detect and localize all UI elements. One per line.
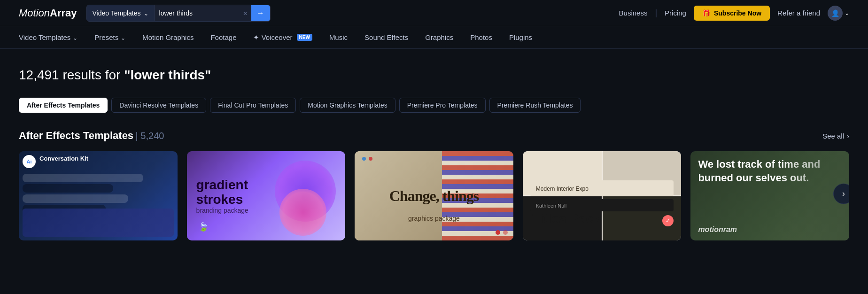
filter-tab-premiere-rush[interactable]: Premiere Rush Templates xyxy=(489,98,581,113)
nav-label-presets: Presets xyxy=(94,33,118,41)
filter-tab-final-cut[interactable]: Final Cut Pro Templates xyxy=(210,98,296,113)
results-query: "lower thirds" xyxy=(124,68,211,82)
card1-ai-badge: Ai xyxy=(23,155,36,168)
section-title: After Effects Templates xyxy=(19,130,133,141)
card1-title: Conversation Kit xyxy=(39,155,88,162)
card4-title-text: Titles Pack xyxy=(532,211,601,226)
section-title-area: After Effects Templates | 5,240 xyxy=(19,130,164,142)
filter-tab-label-0: After Effects Templates xyxy=(27,101,100,109)
search-bar: Video Templates xyxy=(86,5,271,22)
card-motionram[interactable]: We lost track of time and burned our sel… xyxy=(690,151,849,240)
results-count: 12,491 xyxy=(19,68,59,82)
subscribe-button[interactable]: Subscribe Now xyxy=(694,6,770,21)
pricing-link[interactable]: Pricing xyxy=(665,9,686,17)
nav-item-motion-graphics[interactable]: Motion Graphics xyxy=(142,26,194,48)
see-all-label: See all xyxy=(822,132,844,140)
header-separator: | xyxy=(655,8,657,18)
card-change-things[interactable]: Change, things graphics package xyxy=(355,151,513,240)
card1-messages xyxy=(23,170,174,237)
card-titles-pack[interactable]: Modern Interior Expo Kathleen Null Title… xyxy=(523,151,682,240)
nav-chevron-presets xyxy=(121,33,125,41)
logo-bold: Array xyxy=(50,7,77,19)
search-submit-button[interactable] xyxy=(251,5,270,21)
filter-tab-after-effects[interactable]: After Effects Templates xyxy=(19,98,108,113)
nav-label-video-templates: Video Templates xyxy=(19,33,70,41)
logo[interactable]: MotionArray xyxy=(19,7,77,19)
card-thumb-3: Change, things graphics package xyxy=(355,151,513,240)
logo-italic: Motion xyxy=(19,7,50,19)
nav-item-video-templates[interactable]: Video Templates xyxy=(19,26,78,48)
card2-blob2 xyxy=(279,189,326,236)
nav-label-footage: Footage xyxy=(210,33,236,41)
header-left: MotionArray Video Templates xyxy=(19,5,271,22)
header-right: Business | Pricing Subscribe Now Refer a… xyxy=(619,6,849,21)
filter-tabs: After Effects Templates Davinci Resolve … xyxy=(19,98,849,113)
filter-tab-label-1: Davinci Resolve Templates xyxy=(119,101,198,109)
filter-tab-label-5: Premiere Rush Templates xyxy=(497,101,573,109)
filter-tab-label-2: Final Cut Pro Templates xyxy=(218,101,288,109)
nav-item-presets[interactable]: Presets xyxy=(94,26,125,48)
cards-row: Ai Conversation Kit gradientst xyxy=(19,151,849,240)
results-heading: 12,491 results for "lower thirds" xyxy=(19,68,849,83)
nav-item-music[interactable]: Music xyxy=(329,26,348,48)
nav-item-photos[interactable]: Photos xyxy=(470,26,492,48)
close-icon xyxy=(243,9,248,17)
nav-label-sound-effects: Sound Effects xyxy=(364,33,408,41)
nav-item-plugins[interactable]: Plugins xyxy=(509,26,532,48)
see-all-link[interactable]: See all xyxy=(822,132,849,140)
card5-watermark: motionram xyxy=(698,225,737,234)
nav-label-motion-graphics: Motion Graphics xyxy=(142,33,194,41)
filter-tab-label-3: Motion Graphics Templates xyxy=(308,101,387,109)
nav-label-plugins: Plugins xyxy=(509,33,532,41)
chevron-down-icon xyxy=(144,9,148,17)
card-thumb-4: Modern Interior Expo Kathleen Null Title… xyxy=(523,151,682,240)
nav-item-sound-effects[interactable]: Sound Effects xyxy=(364,26,408,48)
search-category-button[interactable]: Video Templates xyxy=(87,5,155,21)
next-chevron-icon xyxy=(842,189,845,199)
gift-icon xyxy=(702,9,710,17)
card-thumb-1: Ai Conversation Kit xyxy=(19,151,178,240)
main-content: 12,491 results for "lower thirds" After … xyxy=(0,49,868,259)
see-all-chevron-icon xyxy=(847,132,849,140)
voiceover-badge: NEW xyxy=(297,34,312,41)
nav-label-voiceover: ✦ Voiceover xyxy=(253,33,292,42)
card3-text-sub: graphics package xyxy=(408,215,460,222)
section-header: After Effects Templates | 5,240 See all xyxy=(19,130,849,142)
header: MotionArray Video Templates Business | P… xyxy=(0,0,868,26)
card2-icon: 🍃 xyxy=(198,222,209,232)
user-chevron-icon xyxy=(845,9,849,16)
search-arrow-icon xyxy=(257,9,264,17)
subscribe-label: Subscribe Now xyxy=(714,9,761,17)
card-gradient-strokes[interactable]: gradientstrokes branding package 🍃 xyxy=(187,151,346,240)
filter-tab-premiere-pro[interactable]: Premiere Pro Templates xyxy=(399,98,486,113)
nav-label-graphics: Graphics xyxy=(425,33,453,41)
search-input[interactable] xyxy=(155,9,239,17)
business-link[interactable]: Business xyxy=(619,9,648,17)
nav-item-voiceover[interactable]: ✦ Voiceover NEW xyxy=(253,26,312,48)
nav-item-footage[interactable]: Footage xyxy=(210,26,236,48)
refer-link[interactable]: Refer a friend xyxy=(777,9,820,17)
nav-item-graphics[interactable]: Graphics xyxy=(425,26,453,48)
filter-tab-label-4: Premiere Pro Templates xyxy=(407,101,478,109)
card-thumb-2: gradientstrokes branding package 🍃 xyxy=(187,151,346,240)
search-clear-button[interactable] xyxy=(239,9,251,17)
card-thumb-5: We lost track of time and burned our sel… xyxy=(690,151,849,240)
user-menu-button[interactable]: 👤 xyxy=(828,6,849,21)
filter-tab-motion-graphics[interactable]: Motion Graphics Templates xyxy=(300,98,395,113)
avatar: 👤 xyxy=(828,6,843,21)
card2-sub: branding package xyxy=(196,207,248,214)
nav-label-music: Music xyxy=(329,33,348,41)
nav-chevron-video-templates xyxy=(73,33,78,41)
search-category-label: Video Templates xyxy=(93,9,141,17)
card-conversation-kit[interactable]: Ai Conversation Kit xyxy=(19,151,178,240)
section-count: | 5,240 xyxy=(136,131,164,141)
nav-label-photos: Photos xyxy=(470,33,492,41)
main-nav: Video Templates Presets Motion Graphics … xyxy=(0,26,868,49)
card3-text-main: Change, things xyxy=(389,187,479,204)
card2-text: gradientstrokes branding package xyxy=(196,178,248,214)
filter-tab-davinci[interactable]: Davinci Resolve Templates xyxy=(111,98,206,113)
